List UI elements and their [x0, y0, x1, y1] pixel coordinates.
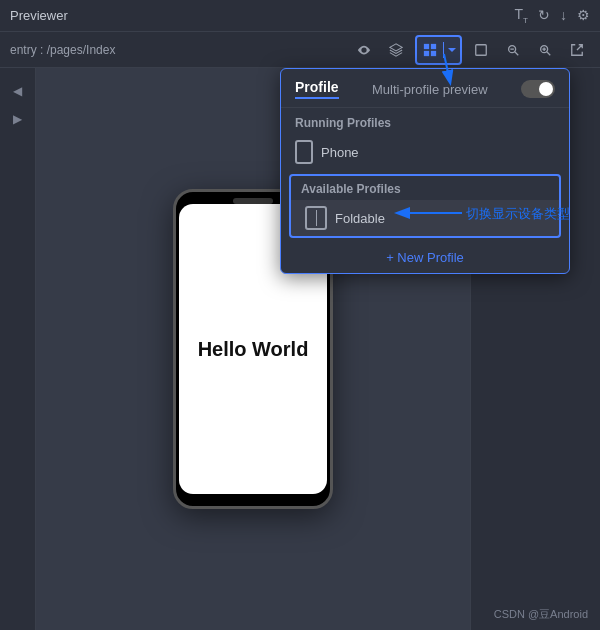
svg-rect-1	[431, 43, 436, 48]
svg-rect-4	[476, 44, 487, 55]
svg-rect-3	[431, 50, 436, 55]
layers-button[interactable]	[383, 37, 409, 63]
svg-line-9	[547, 51, 551, 55]
running-profiles-label: Running Profiles	[281, 108, 569, 134]
title-bar: Previewer TT ↻ ↓ ⚙	[0, 0, 600, 32]
foldable-profile-label: Foldable	[335, 211, 385, 226]
hello-world-text: Hello World	[198, 338, 309, 361]
available-profiles-label: Available Profiles	[291, 176, 559, 200]
toolbar-actions	[351, 35, 590, 65]
svg-line-6	[515, 51, 519, 55]
foldable-profile-item[interactable]: Foldable	[291, 200, 559, 236]
new-profile-link[interactable]: + New Profile	[281, 242, 569, 273]
available-profiles-section: Available Profiles Foldable	[289, 174, 561, 238]
zoom-out-button[interactable]	[500, 37, 526, 63]
multiprofile-tab[interactable]: Multi-profile preview	[372, 82, 488, 97]
toolbar: entry : /pages/Index	[0, 32, 600, 68]
profile-dropdown: Profile Multi-profile preview Running Pr…	[280, 68, 570, 274]
sync-icon[interactable]: ↻	[538, 7, 550, 23]
multiprofile-toggle[interactable]	[521, 80, 555, 98]
phone-notch	[233, 198, 273, 204]
download-icon[interactable]: ↓	[560, 7, 567, 23]
frame-button[interactable]	[468, 37, 494, 63]
breadcrumb: entry : /pages/Index	[10, 43, 115, 57]
grid-dropdown-group	[415, 35, 462, 65]
font-icon[interactable]: TT	[515, 6, 528, 25]
sidebar: ◀ ▶	[0, 68, 36, 630]
app-title: Previewer	[10, 8, 68, 23]
phone-profile-label: Phone	[321, 145, 359, 160]
dropdown-header: Profile Multi-profile preview	[281, 69, 569, 108]
phone-profile-icon	[295, 140, 313, 164]
svg-rect-0	[424, 43, 429, 48]
profile-tab[interactable]: Profile	[295, 79, 339, 99]
svg-rect-2	[424, 50, 429, 55]
dropdown-arrow-button[interactable]	[444, 37, 460, 63]
footer-text: CSDN @豆Android	[494, 607, 588, 622]
forward-button[interactable]: ▶	[7, 108, 29, 130]
external-link-button[interactable]	[564, 37, 590, 63]
back-button[interactable]: ◀	[7, 80, 29, 102]
foldable-profile-icon	[305, 206, 327, 230]
phone-profile-item[interactable]: Phone	[281, 134, 569, 170]
eye-button[interactable]	[351, 37, 377, 63]
title-bar-icons: TT ↻ ↓ ⚙	[515, 6, 590, 25]
settings-icon[interactable]: ⚙	[577, 7, 590, 23]
zoom-in-button[interactable]	[532, 37, 558, 63]
grid-button[interactable]	[417, 37, 443, 63]
